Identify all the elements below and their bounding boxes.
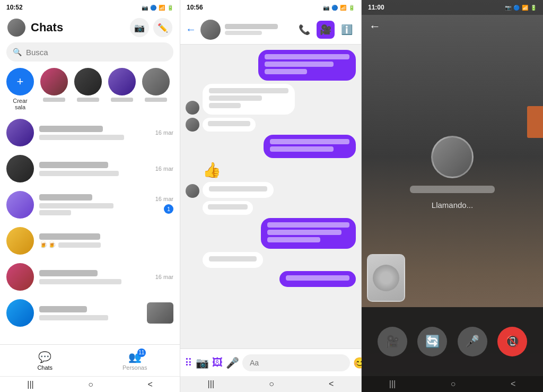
chat-item-4[interactable]: 🍺🍺	[0, 223, 180, 259]
msg-recv-1	[203, 84, 295, 115]
nav-people-label: Personas	[122, 364, 147, 371]
info-btn[interactable]: ℹ️	[338, 21, 356, 39]
search-input[interactable]	[26, 48, 167, 57]
sys-menu-icon-3[interactable]: |||	[389, 379, 396, 389]
msg-sent-3	[261, 218, 356, 249]
status-bar-1: 10:52 📷🔵📶🔋	[0, 0, 180, 15]
recv-avatar-1	[186, 101, 199, 115]
toggle-camera-btn[interactable]: 🎥	[378, 327, 407, 356]
time-1: 10:52	[6, 4, 23, 11]
search-bar[interactable]: 🔍	[6, 42, 173, 62]
chat-time-3: 16 mar	[155, 196, 173, 202]
chat-meta-2: 16 mar	[155, 165, 173, 172]
story-item-4[interactable]	[142, 68, 170, 110]
camera-icon-btn[interactable]: 📷	[130, 18, 149, 37]
video-back-button[interactable]: ←	[369, 20, 381, 33]
chat-item-5[interactable]: 16 mar	[0, 259, 180, 295]
chat-time-1: 16 mar	[155, 129, 173, 136]
flip-camera-btn[interactable]: 🔄	[417, 327, 447, 356]
chat-name-4	[39, 233, 168, 240]
story-avatar-1[interactable]	[40, 68, 68, 95]
story-label-1	[43, 98, 65, 102]
status-icons-3: 📷🔵📶🔋	[505, 5, 537, 11]
chat-avatar-4	[6, 227, 34, 255]
calling-text: Llamando...	[432, 201, 473, 210]
story-avatar-2[interactable]	[74, 68, 102, 95]
recv-avatar-3	[186, 184, 199, 198]
story-item-1[interactable]	[40, 68, 68, 110]
camera-msg-icon[interactable]: 📷	[196, 356, 209, 369]
caller-avatar	[431, 136, 474, 178]
video-status-bar: 11:00 📷🔵📶🔋	[362, 0, 543, 15]
chat-info-4: 🍺🍺	[39, 233, 168, 248]
chat-meta-3: 16 mar 1	[155, 196, 173, 214]
video-call-btn[interactable]: 🎥	[317, 21, 335, 39]
chat-info-5	[39, 270, 150, 284]
chat-input-bar: ⠿ 📷 🖼 🎤 😊 👍	[180, 349, 361, 376]
story-label-2	[77, 98, 99, 102]
story-avatar-4[interactable]	[142, 68, 170, 95]
chat-item-1[interactable]: 16 mar	[0, 115, 180, 151]
msg-row-4	[186, 135, 356, 158]
sys-back-icon-2[interactable]: <	[329, 379, 334, 389]
mute-btn[interactable]: 🎤	[458, 327, 487, 356]
chat-info-3	[39, 194, 150, 215]
people-badge: 11	[137, 349, 146, 357]
sys-back-icon-1[interactable]: <	[147, 380, 152, 389]
create-story-item[interactable]: + Crearsala	[6, 68, 34, 110]
mic-icon[interactable]: 🎤	[226, 356, 239, 369]
sys-menu-icon-2[interactable]: |||	[208, 379, 214, 389]
create-room-label: Crearsala	[13, 98, 28, 110]
contact-avatar	[200, 20, 221, 40]
back-button[interactable]: ←	[186, 23, 196, 36]
time-2: 10:56	[187, 4, 203, 11]
status-icons-2: 📷🔵📶🔋	[323, 5, 355, 11]
stories-row: + Crearsala	[0, 66, 180, 115]
user-avatar[interactable]	[7, 19, 25, 37]
msg-sent-1	[258, 50, 356, 81]
story-item-2[interactable]	[74, 68, 102, 110]
sys-home-icon-2[interactable]: ○	[269, 379, 274, 389]
pencil-icon-btn[interactable]: ✏️	[153, 18, 172, 37]
nav-people[interactable]: 👥 11 Personas	[90, 351, 180, 371]
sys-home-icon-3[interactable]: ○	[451, 379, 456, 389]
msg-recv-5	[203, 252, 263, 268]
chat-item-6[interactable]	[0, 295, 180, 331]
chat-item-3[interactable]: 16 mar 1	[0, 187, 180, 223]
chat-list: 16 mar 16 mar 16 mar 1	[0, 115, 180, 344]
msg-sent-2	[264, 135, 356, 158]
chat-preview-3	[39, 201, 150, 215]
video-call-panel: 11:00 📷🔵📶🔋 ← Llamando... 🎥 🔄 🎤 📵 ||| ○ <	[362, 0, 543, 392]
chat-info-1	[39, 126, 150, 140]
chats-title: Chats	[31, 21, 63, 34]
msg-row-3	[186, 118, 356, 132]
system-bar-2: ||| ○ <	[180, 376, 361, 392]
apps-icon[interactable]: ⠿	[185, 356, 192, 369]
sys-menu-icon-1[interactable]: |||	[27, 380, 33, 389]
story-item-3[interactable]	[108, 68, 136, 110]
end-call-btn[interactable]: 📵	[497, 327, 527, 356]
chat-header: ← 📞 🎥 ℹ️	[180, 15, 361, 45]
chat-preview-6	[39, 313, 142, 320]
chat-preview-4: 🍺🍺	[39, 240, 168, 248]
chat-preview-5	[39, 277, 150, 284]
nav-chats[interactable]: 💬 Chats	[0, 351, 90, 371]
chats-nav-icon: 💬	[38, 351, 51, 363]
caller-name	[410, 186, 495, 193]
chat-meta-6	[147, 302, 173, 324]
create-room-btn[interactable]: +	[6, 68, 34, 95]
msg-recv-3	[203, 182, 274, 198]
chat-item-2[interactable]: 16 mar	[0, 151, 180, 187]
people-nav-icon: 👥 11	[128, 351, 142, 363]
chat-name-3	[39, 194, 150, 201]
story-avatar-3[interactable]	[108, 68, 136, 95]
chat-avatar-3	[6, 191, 34, 219]
phone-call-btn[interactable]: 📞	[295, 21, 313, 39]
msg-recv-4	[203, 201, 253, 215]
gallery-icon[interactable]: 🖼	[212, 356, 223, 369]
sys-home-icon-1[interactable]: ○	[88, 380, 93, 389]
msg-row-5	[186, 182, 356, 198]
contact-info	[225, 24, 291, 35]
message-input[interactable]	[242, 354, 350, 371]
sys-back-icon-3[interactable]: <	[511, 379, 515, 389]
